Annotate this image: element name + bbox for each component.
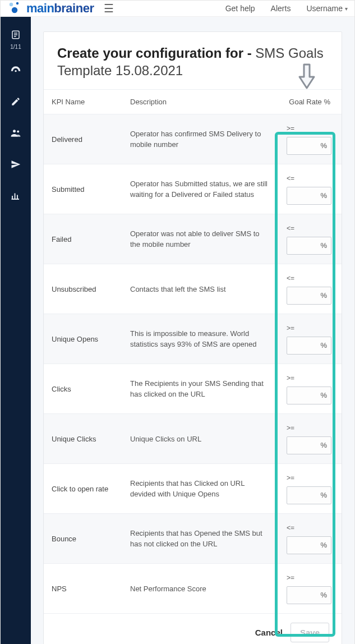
- goal-rate-cell: <=%: [279, 264, 342, 314]
- sidebar-item-dashboard[interactable]: [6, 62, 25, 81]
- kpi-desc-cell: Operator was not able to deliver SMS to …: [122, 214, 279, 264]
- user-menu[interactable]: Username ▾: [306, 4, 348, 13]
- svg-point-9: [17, 130, 19, 132]
- sidebar-item-edit[interactable]: [6, 93, 25, 112]
- goal-rate-input[interactable]: [287, 287, 331, 305]
- rate-input-wrap: %: [287, 486, 331, 504]
- table-row: FailedOperator was not able to deliver S…: [44, 214, 342, 264]
- table-row: BounceRecipients that has Opened the SMS…: [44, 514, 342, 564]
- goal-rate-input[interactable]: [287, 436, 331, 454]
- comparison-operator: <=: [287, 173, 331, 183]
- rate-input-wrap: %: [287, 237, 331, 255]
- goal-rate-cell: >=%: [279, 414, 342, 464]
- sidebar-item-reports[interactable]: [6, 187, 25, 206]
- col-goal: Goal Rate %: [279, 90, 342, 114]
- table-row: SubmittedOperator has Submitted status, …: [44, 164, 342, 214]
- brand-accent: brainer: [54, 1, 94, 15]
- comparison-operator: >=: [287, 323, 331, 333]
- cancel-button[interactable]: Cancel: [255, 628, 283, 637]
- kpi-name-cell: Clicks: [44, 364, 122, 414]
- comparison-operator: >=: [287, 373, 331, 383]
- kpi-desc-cell: Operator has Submitted status, we are st…: [122, 164, 279, 214]
- topbar: mainbrainer ☰ Get help Alerts Username ▾: [1, 1, 354, 17]
- goal-rate-input[interactable]: [287, 237, 331, 255]
- svg-point-1: [16, 2, 19, 4]
- kpi-name-cell: Bounce: [44, 514, 122, 564]
- sidebar-item-send[interactable]: [6, 156, 25, 175]
- goal-rate-cell: >=%: [279, 114, 342, 164]
- comparison-operator: <=: [287, 523, 331, 533]
- goal-rate-cell: <=%: [279, 164, 342, 214]
- table-header-row: KPI Name Description Goal Rate %: [44, 90, 342, 114]
- kpi-name-cell: Submitted: [44, 164, 122, 214]
- kpi-name-cell: Unsubscribed: [44, 264, 122, 314]
- config-card: Create your configuration for - SMS Goal…: [43, 31, 342, 644]
- brand-logo[interactable]: mainbrainer: [7, 1, 94, 16]
- app-root: mainbrainer ☰ Get help Alerts Username ▾…: [0, 0, 355, 644]
- kpi-desc-cell: Contacts that left the SMS list: [122, 264, 279, 314]
- comparison-operator: >=: [287, 473, 331, 483]
- kpi-desc-cell: The Recipients in your SMS Sending that …: [122, 364, 279, 414]
- rate-input-wrap: %: [287, 287, 331, 305]
- save-button[interactable]: Save: [291, 623, 329, 642]
- page-title: Create your configuration for - SMS Goal…: [57, 44, 328, 79]
- col-kpi: KPI Name: [44, 90, 122, 114]
- rate-input-wrap: %: [287, 137, 331, 155]
- gauge-icon: [10, 65, 21, 79]
- goal-rate-input[interactable]: [287, 137, 331, 155]
- rate-input-wrap: %: [287, 337, 331, 355]
- kpi-desc-cell: Net Performance Score: [122, 564, 279, 614]
- kpi-desc-cell: Operator has confirmed SMS Delivery to m…: [122, 114, 279, 164]
- sidebar-item-counter[interactable]: 1/11: [6, 30, 25, 49]
- people-icon: [10, 127, 21, 141]
- goal-rate-input[interactable]: [287, 187, 331, 205]
- goal-rate-input[interactable]: [287, 337, 331, 355]
- kpi-desc-cell: Recipients that has Opened the SMS but h…: [122, 514, 279, 564]
- title-prefix: Create your configuration for -: [57, 45, 255, 61]
- goal-rate-cell: >=%: [279, 464, 342, 514]
- topbar-links: Get help Alerts Username ▾: [225, 4, 348, 13]
- kpi-desc-cell: This is impossible to measure. World sta…: [122, 314, 279, 364]
- brand-main: main: [26, 1, 54, 15]
- table-row: ClicksThe Recipients in your SMS Sending…: [44, 364, 342, 414]
- comparison-operator: <=: [287, 223, 331, 233]
- main: 1/11: [1, 17, 354, 644]
- goal-rate-input[interactable]: [287, 387, 331, 404]
- brand-text: mainbrainer: [26, 1, 94, 16]
- goal-rate-input[interactable]: [287, 486, 331, 504]
- comparison-operator: >=: [287, 123, 331, 134]
- kpi-desc-cell: Unique Clicks on URL: [122, 414, 279, 464]
- kpi-name-cell: Delivered: [44, 114, 122, 164]
- get-help-link[interactable]: Get help: [225, 4, 255, 13]
- paper-plane-icon: [11, 159, 21, 172]
- kpi-name-cell: Failed: [44, 214, 122, 264]
- comparison-operator: >=: [287, 573, 331, 583]
- sidebar-item-contacts[interactable]: [6, 125, 25, 144]
- document-icon: [11, 30, 21, 43]
- chevron-down-icon: ▾: [345, 6, 348, 12]
- brand-dots-icon: [7, 1, 23, 16]
- card-footer: Cancel Save: [44, 614, 342, 644]
- kpi-name-cell: Unique Opens: [44, 314, 122, 364]
- svg-point-2: [12, 7, 17, 13]
- table-row: Unique OpensThis is impossible to measur…: [44, 314, 342, 364]
- kpi-table: KPI Name Description Goal Rate % Deliver…: [44, 89, 342, 614]
- menu-toggle-icon[interactable]: ☰: [104, 2, 114, 15]
- pencil-icon: [11, 96, 21, 109]
- table-row: Unique ClicksUnique Clicks on URL>=%: [44, 414, 342, 464]
- kpi-name-cell: NPS: [44, 564, 122, 614]
- alerts-link[interactable]: Alerts: [271, 4, 291, 13]
- username-label: Username: [306, 4, 343, 13]
- goal-rate-cell: <=%: [279, 214, 342, 264]
- kpi-name-cell: Click to open rate: [44, 464, 122, 514]
- comparison-operator: >=: [287, 423, 331, 433]
- goal-rate-cell: >=%: [279, 364, 342, 414]
- rate-input-wrap: %: [287, 187, 331, 205]
- table-row: Click to open rateRecipients that has Cl…: [44, 464, 342, 514]
- comparison-operator: <=: [287, 273, 331, 283]
- goal-rate-cell: <=%: [279, 514, 342, 564]
- goal-rate-input[interactable]: [287, 586, 331, 604]
- content: Create your configuration for - SMS Goal…: [31, 17, 354, 644]
- card-header: Create your configuration for - SMS Goal…: [44, 32, 342, 89]
- goal-rate-input[interactable]: [287, 536, 331, 554]
